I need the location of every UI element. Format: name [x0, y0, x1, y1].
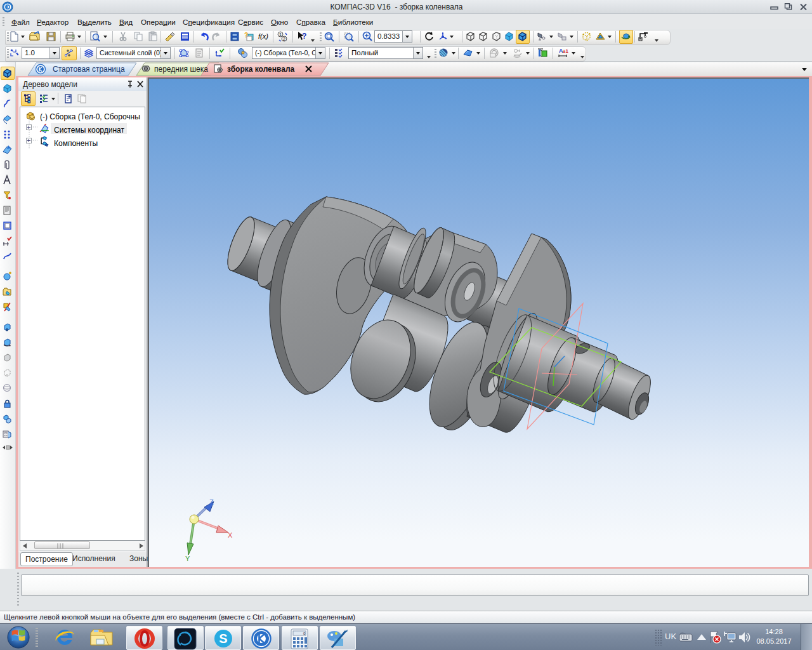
svg-text:Z: Z: [209, 498, 214, 506]
svg-text:S: S: [219, 632, 227, 646]
svg-text:1: 1: [279, 32, 282, 37]
svg-text:±1: ±1: [563, 48, 568, 54]
svg-text:передния шека: передния шека: [154, 65, 208, 74]
svg-text:?: ?: [302, 32, 306, 41]
svg-text:Y: Y: [185, 555, 190, 562]
svg-text:2: 2: [283, 37, 285, 41]
svg-text:Стартовая страница: Стартовая страница: [53, 65, 125, 74]
svg-text:зборка коленвала: зборка коленвала: [227, 65, 295, 74]
svg-text:X: X: [228, 531, 233, 539]
svg-text:f(x): f(x): [258, 32, 268, 40]
